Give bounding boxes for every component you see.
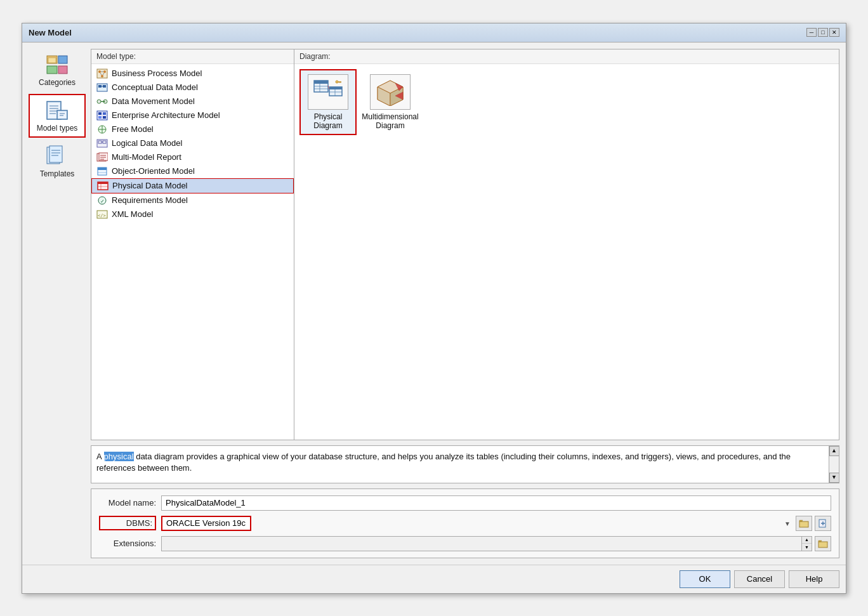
fm-label: Free Model: [112, 124, 154, 134]
minimize-button[interactable]: ─: [806, 28, 817, 37]
svg-rect-2: [58, 56, 67, 63]
ext-spin-down[interactable]: ▼: [802, 544, 812, 551]
description-text-before: A: [96, 452, 104, 461]
dbms-dropdown-arrow: ▼: [784, 520, 791, 527]
ldm-label: Logical Data Model: [112, 138, 182, 148]
svg-point-73: [336, 81, 338, 83]
ext-spin-up[interactable]: ▲: [802, 537, 812, 544]
svg-rect-75: [340, 81, 341, 82]
svg-text:✓: ✓: [100, 199, 105, 204]
svg-rect-39: [103, 116, 106, 119]
model-item-ldm[interactable]: Logical Data Model: [91, 136, 294, 150]
dialog-title: New Model: [29, 28, 72, 37]
dbms-select[interactable]: ORACLE Version 19c MySQL 8.0 SQL Server …: [161, 516, 251, 531]
model-item-cdm[interactable]: Conceptual Data Model: [91, 81, 294, 95]
diagrams-panel: Diagram:: [294, 49, 839, 440]
svg-point-31: [97, 100, 101, 103]
oom-label: Object-Oriented Model: [112, 166, 195, 176]
scroll-up-button[interactable]: ▲: [829, 446, 839, 456]
description-scrollbar: ▲ ▼: [829, 446, 839, 483]
model-name-label: Model name:: [99, 498, 156, 508]
physical-diagram-label: Physical Diagram: [305, 112, 352, 131]
templates-icon: [44, 145, 70, 167]
main-content: Model type:: [91, 49, 839, 558]
model-name-input[interactable]: [161, 495, 831, 511]
xml-icon: </>: [96, 209, 108, 220]
bpm-icon: [96, 69, 108, 79]
sidebar-item-categories[interactable]: Categories: [29, 49, 86, 91]
dmm-label: Data Movement Model: [112, 96, 195, 106]
extensions-row: Extensions: ▲ ▼: [99, 536, 831, 551]
dialog-body: Categories: [22, 43, 846, 565]
description-area: A physical data diagram provides a graph…: [91, 445, 839, 483]
model-types-label: Model types: [37, 124, 78, 133]
maximize-button[interactable]: □: [818, 28, 828, 37]
extensions-label: Extensions:: [99, 539, 156, 548]
svg-rect-29: [103, 85, 106, 88]
close-button[interactable]: ✕: [829, 28, 839, 37]
svg-rect-76: [339, 81, 340, 82]
model-item-bpm[interactable]: Business Process Model: [91, 67, 294, 81]
model-name-row: Model name:: [99, 495, 831, 511]
model-item-eam[interactable]: Enterprise Architecture Model: [91, 108, 294, 122]
svg-rect-88: [819, 542, 827, 547]
sidebar-item-model-types[interactable]: Model types: [29, 94, 86, 138]
description-highlight: physical: [104, 452, 134, 461]
rm-icon: ✓: [96, 195, 108, 206]
model-item-xml[interactable]: </> XML Model: [91, 207, 294, 221]
svg-rect-38: [98, 116, 102, 119]
svg-marker-84: [799, 520, 803, 521]
extensions-input: ▲ ▼: [161, 536, 812, 551]
diagram-item-physical[interactable]: Physical Diagram: [299, 69, 357, 136]
model-types-header: Model type:: [91, 49, 294, 64]
eam-label: Enterprise Architecture Model: [112, 110, 220, 120]
sidebar-item-templates[interactable]: Templates: [29, 140, 86, 183]
mmr-label: Multi-Model Report: [112, 152, 181, 162]
dbms-row: DBMS: ORACLE Version 19c MySQL 8.0 SQL S…: [99, 516, 831, 531]
description-text-after: data diagram provides a graphical view o…: [96, 452, 791, 473]
model-list: Business Process Model: [91, 64, 294, 440]
svg-rect-37: [103, 112, 106, 115]
svg-point-23: [101, 75, 103, 77]
model-item-fm[interactable]: Free Model: [91, 122, 294, 136]
mmr-icon: [96, 152, 108, 162]
cdm-label: Conceptual Data Model: [112, 82, 198, 92]
svg-rect-12: [58, 112, 66, 118]
oom-icon: [96, 166, 108, 176]
svg-rect-83: [799, 521, 808, 527]
categories-icon: [44, 53, 70, 76]
model-item-mmr[interactable]: Multi-Model Report: [91, 150, 294, 164]
diagram-header: Diagram:: [294, 49, 839, 64]
svg-rect-69: [329, 87, 342, 89]
model-item-dmm[interactable]: Data Movement Model: [91, 95, 294, 108]
form-section: Model name: DBMS: ORACLE Version 19c MyS…: [91, 488, 839, 558]
xml-label: XML Model: [112, 209, 153, 219]
button-bar: OK Cancel Help: [22, 565, 846, 593]
cancel-button[interactable]: Cancel: [734, 570, 785, 588]
svg-point-22: [103, 70, 106, 73]
model-item-oom[interactable]: Object-Oriented Model: [91, 164, 294, 178]
dbms-select-wrapper: ORACLE Version 19c MySQL 8.0 SQL Server …: [161, 516, 793, 531]
svg-rect-36: [98, 112, 102, 115]
physical-diagram-icon: [308, 74, 348, 110]
diagram-item-multidimensional[interactable]: Multidimensional Diagram: [362, 69, 419, 136]
model-item-rm[interactable]: ✓ Requirements Model: [91, 193, 294, 207]
scroll-down-button[interactable]: ▼: [829, 473, 839, 483]
dmm-icon: [96, 96, 108, 107]
svg-marker-89: [819, 541, 822, 542]
model-types-panel: Model type:: [91, 49, 294, 440]
svg-rect-16: [49, 146, 62, 162]
title-buttons: ─ □ ✕: [806, 28, 839, 37]
extensions-folder-button[interactable]: [815, 536, 831, 551]
diagrams-content: Physical Diagram: [294, 64, 839, 440]
multidimensional-diagram-icon: [370, 74, 411, 110]
svg-rect-4: [58, 66, 67, 74]
help-button[interactable]: Help: [789, 570, 839, 588]
model-item-pdm[interactable]: Physical Data Model: [91, 178, 294, 193]
bpm-label: Business Process Model: [112, 69, 202, 78]
svg-rect-56: [98, 182, 108, 184]
multidimensional-diagram-label: Multidimensional Diagram: [362, 112, 418, 131]
dbms-new-button[interactable]: [815, 516, 831, 531]
dbms-folder-button[interactable]: [796, 516, 812, 531]
ok-button[interactable]: OK: [680, 570, 730, 588]
